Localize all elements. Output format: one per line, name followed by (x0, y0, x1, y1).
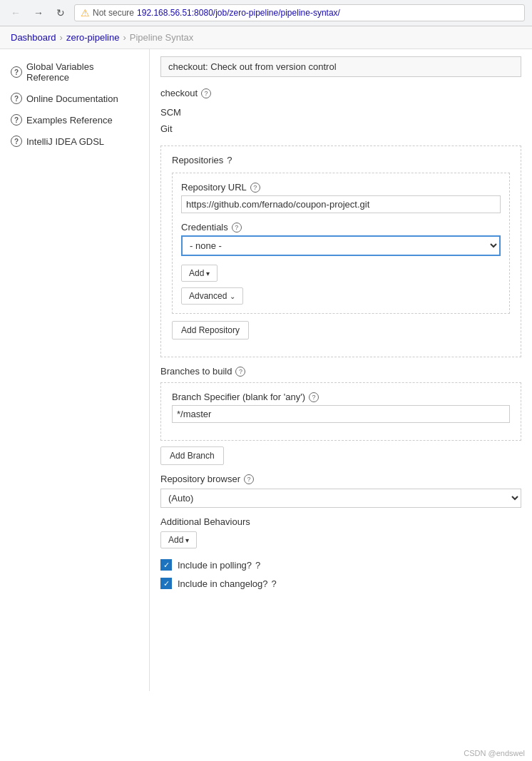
help-icon-examples: ? (11, 114, 22, 126)
repo-url-input[interactable] (181, 195, 501, 213)
include-polling-checkbox[interactable]: ✓ (160, 559, 172, 571)
breadcrumb-zero-pipeline[interactable]: zero-pipeline (66, 32, 119, 43)
repo-browser-section: Repository browser ? (Auto) (160, 474, 521, 508)
advanced-button[interactable]: Advanced ⌄ (181, 287, 243, 305)
credentials-select[interactable]: - none - (181, 235, 501, 256)
sidebar-label-online-docs: Online Documentation (26, 93, 118, 104)
polling-help-icon[interactable]: ? (255, 560, 260, 571)
behaviour-arrow-icon: ▾ (185, 536, 189, 544)
branch-specifier-input[interactable] (172, 405, 510, 423)
reload-button[interactable]: ↻ (53, 6, 68, 20)
advanced-button-row: Advanced ⌄ (181, 287, 501, 305)
scm-value: Git (160, 121, 521, 137)
include-changelog-row: ✓ Include in changelog? ? (160, 578, 521, 589)
repositories-section: Repositories ? Repository URL ? Credenti… (160, 145, 521, 357)
additional-behaviours-label: Additional Behaviours (160, 516, 521, 527)
top-bar-value: checkout: Check out from version control (160, 56, 521, 77)
branch-specifier-label: Branch Specifier (blank for 'any') ? (172, 392, 510, 402)
repo-browser-label: Repository browser ? (160, 474, 521, 484)
add-button-row: Add ▾ (181, 265, 501, 282)
main-layout: ? Global Variables Reference ? Online Do… (0, 49, 532, 691)
warning-icon: ⚠ (81, 7, 90, 19)
breadcrumb-dashboard[interactable]: Dashboard (11, 32, 56, 43)
sidebar-item-intellij[interactable]: ? IntelliJ IDEA GDSL (0, 131, 149, 152)
credentials-help-icon[interactable]: ? (232, 223, 242, 233)
repo-url-label: Repository URL ? (181, 182, 501, 193)
help-icon-global-vars: ? (11, 66, 22, 78)
sidebar-label-examples: Examples Reference (26, 115, 113, 126)
add-button[interactable]: Add ▾ (181, 265, 218, 282)
sidebar: ? Global Variables Reference ? Online Do… (0, 49, 150, 691)
add-repository-button[interactable]: Add Repository (172, 321, 249, 339)
include-changelog-checkbox[interactable]: ✓ (160, 578, 172, 589)
branch-specifier-help-icon[interactable]: ? (309, 392, 319, 402)
url-display: 192.168.56.51:8080/job/zero-pipeline/pip… (137, 8, 340, 18)
credentials-label: Credentials ? (181, 222, 501, 233)
forward-button[interactable]: → (30, 6, 47, 20)
repo-browser-help-icon[interactable]: ? (244, 474, 254, 484)
help-icon-online-docs: ? (11, 93, 22, 104)
browser-bar: ← → ↻ ⚠ Not secure 192.168.56.51:8080/jo… (0, 0, 532, 26)
include-polling-label: Include in polling? ? (178, 560, 260, 571)
branch-specifier-field-row: Branch Specifier (blank for 'any') ? (172, 392, 510, 423)
sidebar-label-intellij: IntelliJ IDEA GDSL (26, 136, 104, 147)
scm-field-row: SCM Git (160, 107, 521, 137)
credentials-field-row: Credentials ? - none - (181, 222, 501, 256)
sidebar-item-global-vars[interactable]: ? Global Variables Reference (0, 56, 149, 88)
repositories-help-icon[interactable]: ? (227, 155, 232, 165)
breadcrumb: Dashboard › zero-pipeline › Pipeline Syn… (0, 26, 532, 49)
repositories-title: Repositories ? (172, 155, 510, 165)
advanced-chevron-icon: ⌄ (230, 292, 235, 300)
breadcrumb-sep1: › (60, 32, 63, 43)
branches-section: Branches to build ? Branch Specifier (bl… (160, 366, 521, 465)
branches-label: Branches to build ? (160, 366, 521, 377)
add-behaviour-button[interactable]: Add ▾ (160, 531, 197, 548)
not-secure-label: Not secure (93, 8, 134, 18)
scm-label: SCM (160, 107, 521, 118)
add-branch-button[interactable]: Add Branch (160, 446, 224, 465)
changelog-help-icon[interactable]: ? (272, 578, 277, 589)
repo-url-field-row: Repository URL ? (181, 182, 501, 213)
branch-inner-box: Branch Specifier (blank for 'any') ? (160, 382, 521, 441)
sidebar-item-online-docs[interactable]: ? Online Documentation (0, 88, 149, 109)
checkout-field-row: checkout ? (160, 88, 521, 98)
content-area: checkout: Check out from version control… (150, 49, 532, 691)
include-polling-row: ✓ Include in polling? ? (160, 559, 521, 571)
checkout-help-icon[interactable]: ? (201, 88, 211, 98)
address-bar[interactable]: ⚠ Not secure 192.168.56.51:8080/job/zero… (74, 4, 525, 21)
breadcrumb-sep2: › (123, 32, 126, 43)
back-button[interactable]: ← (7, 6, 24, 20)
include-changelog-label: Include in changelog? ? (178, 578, 277, 589)
add-arrow-icon: ▾ (206, 270, 210, 277)
branches-help-icon[interactable]: ? (235, 367, 245, 377)
breadcrumb-current: Pipeline Syntax (130, 32, 194, 43)
sidebar-label-global-vars: Global Variables Reference (26, 61, 138, 83)
sidebar-item-examples[interactable]: ? Examples Reference (0, 109, 149, 131)
help-icon-intellij: ? (11, 136, 22, 147)
repo-browser-select[interactable]: (Auto) (160, 489, 521, 508)
additional-behaviours-section: Additional Behaviours Add ▾ (160, 516, 521, 548)
checkout-label: checkout ? (160, 88, 521, 98)
repo-url-help-icon[interactable]: ? (250, 183, 260, 193)
